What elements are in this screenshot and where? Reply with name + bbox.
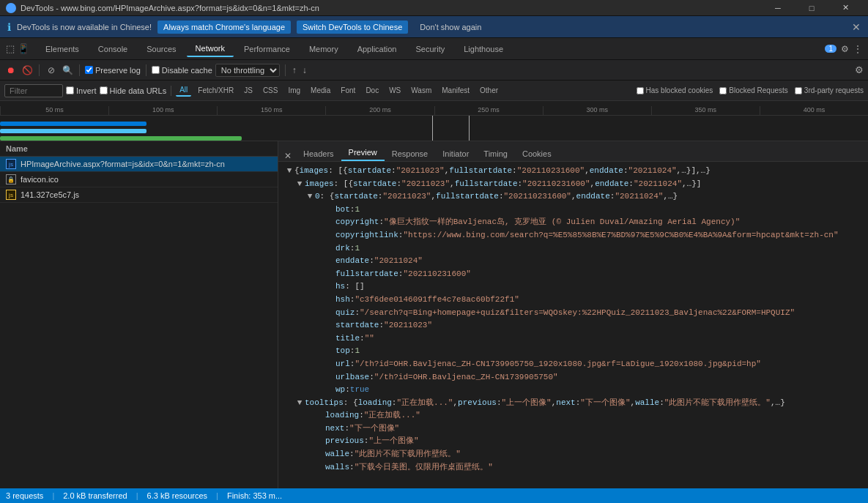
network-timeline[interactable]: 50 ms 100 ms 150 ms 200 ms 250 ms 300 ms… (0, 101, 868, 141)
json-line-urlbase: ▶ urlbase: "/th?id=OHR.Bavljenac_ZH-CN17… (284, 371, 862, 384)
match-language-button[interactable]: Always match Chrome's language (157, 21, 291, 34)
preserve-log-checkbox[interactable] (85, 66, 93, 74)
maximize-button[interactable]: □ (795, 0, 828, 16)
toolbar-separator-3 (146, 64, 146, 76)
filter-type-ws[interactable]: WS (385, 85, 404, 96)
filter-type-doc[interactable]: Doc (362, 85, 382, 96)
filter-type-font[interactable]: Font (337, 85, 359, 96)
filter-type-media[interactable]: Media (307, 85, 334, 96)
tab-security[interactable]: Security (407, 42, 453, 56)
dont-show-again-button[interactable]: Don't show again (414, 21, 487, 34)
toolbar-separator-1 (39, 64, 40, 76)
devtools-favicon (6, 3, 16, 13)
ruler-mark-400: 400 ms (760, 106, 868, 115)
json-preview[interactable]: ▼ {images: [{startdate: "20211023", full… (278, 162, 868, 488)
json-line-startdate: ▶ startdate: "20211023" (284, 319, 862, 332)
tab-memory[interactable]: Memory (300, 42, 347, 56)
json-line-hs: ▶ hs: [] (284, 280, 862, 294)
timeline-bars (0, 116, 868, 141)
network-toolbar: ⏺ 🚫 ⊘ 🔍 Preserve log Disable cache No th… (0, 60, 868, 81)
json-line-previous: ▶ previous: "上一个图像" (284, 435, 862, 448)
filter-input[interactable] (4, 84, 63, 97)
file-icon-js: js (6, 190, 16, 200)
filter-toggle-button[interactable]: ⊘ (45, 64, 58, 77)
infobar-close-button[interactable]: ✕ (852, 21, 861, 33)
search-button[interactable]: 🔍 (61, 64, 74, 77)
network-settings-icon[interactable]: ⚙ (855, 64, 864, 75)
filter-type-css[interactable]: CSS (259, 85, 282, 96)
inspect-icon[interactable]: ⬚ (6, 43, 15, 54)
import-button[interactable]: ↑ (292, 65, 297, 75)
file-item-favicon[interactable]: 🔒 favicon.ico (0, 172, 278, 187)
tab-console[interactable]: Console (89, 42, 136, 56)
more-tools-icon[interactable]: ⋮ (853, 44, 862, 54)
json-line-drk: ▶ drk: 1 (284, 242, 862, 256)
panel-tab-preview[interactable]: Preview (341, 145, 385, 161)
filter-type-img[interactable]: Img (284, 85, 304, 96)
timeline-bar-3 (0, 136, 242, 141)
json-line-top: ▶ top: 1 (284, 345, 862, 358)
preserve-log-label[interactable]: Preserve log (85, 66, 141, 75)
panel-tab-timing[interactable]: Timing (476, 146, 515, 161)
preserve-log-text: Preserve log (95, 66, 141, 75)
toolbar-separator-4 (285, 64, 286, 76)
file-item-js[interactable]: js 141.327ce5c7.js (0, 187, 278, 203)
window-controls: ─ □ ✕ (761, 0, 862, 16)
json-line-quiz: ▶ quiz: "/search?q=Bing+homepage+quiz&fi… (284, 307, 862, 320)
file-item-aspx[interactable]: js HPImageArchive.aspx?format=js&idx=0&n… (0, 157, 278, 172)
file-icon-ico: 🔒 (6, 174, 16, 185)
json-line-copyright: ▶ copyright: "像巨大指纹一样的Bavljenac岛, 克罗地亚 (… (284, 216, 862, 229)
info-text: DevTools is now available in Chinese! (17, 23, 152, 31)
panel-tab-cookies[interactable]: Cookies (515, 146, 559, 161)
timeline-marker-2 (469, 116, 470, 141)
close-button[interactable]: ✕ (828, 0, 862, 16)
tab-performance[interactable]: Performance (235, 42, 299, 56)
json-line-loading: ▶ loading: "正在加载..." (284, 409, 862, 422)
info-bar: ℹ DevTools is now available in Chinese! … (0, 16, 868, 38)
json-line-tooltips: ▼ tooltips: {loading: "正在加载...", previou… (284, 397, 862, 410)
notification-badge: 1 (825, 45, 837, 53)
panel-tab-headers[interactable]: Headers (296, 146, 341, 161)
invert-checkbox[interactable] (66, 86, 74, 94)
file-list-header: Name (0, 141, 278, 157)
filter-type-other[interactable]: Other (476, 85, 502, 96)
tab-elements[interactable]: Elements (37, 42, 88, 56)
json-line-title: ▶ title: "" (284, 332, 862, 346)
hide-data-urls-label[interactable]: Hide data URLs (100, 86, 167, 95)
ruler-mark-350: 350 ms (651, 106, 760, 115)
blocked-requests-text: Blocked Requests (729, 86, 788, 94)
filter-type-fetch[interactable]: Fetch/XHR (194, 85, 237, 96)
blocked-requests-checkbox[interactable] (719, 87, 727, 94)
tab-bar-right-icons: 1 ⚙ ⋮ (825, 44, 862, 54)
tab-sources[interactable]: Sources (138, 42, 185, 56)
filter-type-all[interactable]: All (176, 84, 191, 97)
third-party-checkbox[interactable] (795, 87, 802, 94)
main-content: Name js HPImageArchive.aspx?format=js&id… (0, 141, 868, 488)
filter-type-js[interactable]: JS (240, 85, 256, 96)
minimize-button[interactable]: ─ (761, 0, 795, 16)
invert-label[interactable]: Invert (66, 86, 97, 95)
panel-tab-response[interactable]: Response (385, 146, 436, 161)
tab-network[interactable]: Network (187, 41, 234, 57)
has-blocked-section: Has blocked cookies Blocked Requests 3rd… (637, 86, 864, 94)
record-button[interactable]: ⏺ (4, 64, 18, 77)
clear-button[interactable]: 🚫 (21, 64, 34, 77)
timeline-ruler: 50 ms 100 ms 150 ms 200 ms 250 ms 300 ms… (0, 101, 868, 116)
disable-cache-label[interactable]: Disable cache (152, 66, 212, 75)
ruler-mark-100: 100 ms (108, 106, 217, 115)
tab-lighthouse[interactable]: Lighthouse (455, 42, 512, 56)
hide-data-urls-checkbox[interactable] (100, 86, 108, 94)
filter-type-manifest[interactable]: Manifest (438, 85, 473, 96)
throttle-select[interactable]: No throttling Fast 3G Slow 3G Offline (215, 64, 280, 77)
settings-icon[interactable]: ⚙ (841, 44, 849, 54)
device-icon[interactable]: 📱 (18, 43, 29, 54)
tab-application[interactable]: Application (349, 42, 406, 56)
disable-cache-checkbox[interactable] (152, 66, 160, 74)
panel-close-button[interactable]: ✕ (284, 151, 292, 161)
filter-type-wasm[interactable]: Wasm (407, 85, 435, 96)
export-button[interactable]: ↓ (303, 65, 307, 75)
json-line-hsh: ▶ hsh: "c3f6dee0146091ffe4c7e8ac60bf22f1… (284, 294, 862, 307)
has-blocked-checkbox[interactable] (637, 87, 644, 94)
switch-devtools-button[interactable]: Switch DevTools to Chinese (297, 21, 408, 34)
panel-tab-initiator[interactable]: Initiator (435, 146, 476, 161)
